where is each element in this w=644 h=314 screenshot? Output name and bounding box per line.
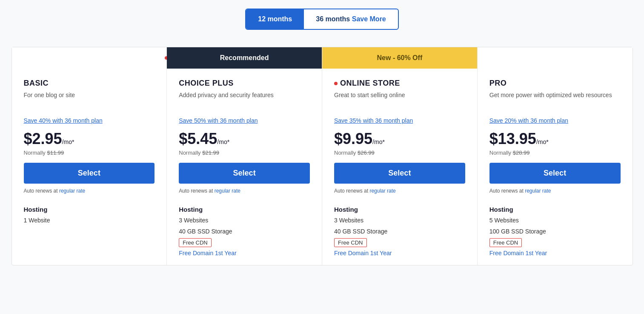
plan-basic-select-btn[interactable]: Select	[24, 163, 155, 184]
plan-online-store-banner: New - 60% Off	[322, 47, 477, 69]
toggle-save-more-label: Save More	[352, 15, 386, 23]
plans-container: BASIC For one blog or site Save 40% with…	[11, 47, 633, 265]
plan-online-store-subtitle: Great to start selling online	[334, 91, 465, 108]
plan-pro-title: PRO	[489, 79, 621, 88]
plan-basic-save-link[interactable]: Save 40% with 36 month plan	[24, 117, 103, 124]
plan-online-store-hosting: Hosting 3 Websites 40 GB SSD Storage Fre…	[334, 206, 465, 256]
plan-choice-plus-banner: Recommended	[167, 47, 322, 69]
plan-basic-title: BASIC	[24, 79, 155, 88]
plan-pro-save-link[interactable]: Save 20% with 36 month plan	[489, 117, 568, 124]
plan-choice-plus: Recommended CHOICE PLUS Added privacy an…	[167, 47, 322, 265]
plan-online-store-title: ONLINE STORE	[334, 79, 465, 88]
plan-pro-select-btn[interactable]: Select	[489, 163, 621, 184]
toggle-12months-label: 12 months	[258, 15, 292, 23]
plan-basic-normally: Normally $11.99	[24, 150, 155, 156]
toggle-36months-label: 36 months	[316, 15, 350, 23]
online-store-dot	[334, 82, 338, 85]
plan-choice-plus-save-link[interactable]: Save 50% with 36 month plan	[179, 117, 258, 124]
plan-choice-plus-normally: Normally $21.99	[179, 150, 310, 156]
plan-choice-plus-title: CHOICE PLUS	[179, 79, 310, 88]
plan-online-store-price: $9.95/mo*	[334, 130, 465, 148]
plan-online-store-normally: Normally $26.99	[334, 150, 465, 156]
plan-basic: BASIC For one blog or site Save 40% with…	[12, 47, 167, 265]
plan-basic-banner	[12, 47, 167, 69]
plan-basic-subtitle: For one blog or site	[24, 91, 155, 108]
plan-online-store-free-domain[interactable]: Free Domain 1st Year	[334, 250, 465, 256]
toggle-12months[interactable]: 12 months	[246, 9, 304, 29]
plan-basic-hosting: Hosting 1 Website	[24, 206, 155, 225]
plan-online-store-select-btn[interactable]: Select	[334, 163, 465, 184]
plan-choice-plus-price: $5.45/mo*	[179, 130, 310, 148]
plan-pro-price: $13.95/mo*	[489, 130, 621, 148]
plan-choice-plus-select-btn[interactable]: Select	[179, 163, 310, 184]
plan-pro-hosting: Hosting 5 Websites 100 GB SSD Storage Fr…	[489, 206, 621, 256]
plan-choice-plus-cdn-badge: Free CDN	[179, 238, 212, 247]
plan-pro-cdn-badge: Free CDN	[489, 238, 522, 247]
plan-basic-price: $2.95/mo*	[24, 130, 155, 148]
plan-choice-plus-auto-renew: Auto renews at regular rate	[179, 188, 310, 194]
plan-online-store-auto-renew: Auto renews at regular rate	[334, 188, 465, 194]
plan-pro-free-domain[interactable]: Free Domain 1st Year	[489, 250, 621, 256]
plan-pro-banner	[478, 47, 633, 69]
plan-choice-plus-subtitle: Added privacy and security features	[179, 91, 310, 108]
billing-toggle[interactable]: 12 months 36 months Save More	[245, 9, 399, 30]
plan-online-store-cdn-badge: Free CDN	[334, 238, 367, 247]
toggle-36months[interactable]: 36 months Save More	[304, 9, 398, 29]
plan-basic-auto-renew: Auto renews at regular rate	[24, 188, 155, 194]
plan-choice-plus-free-domain[interactable]: Free Domain 1st Year	[179, 250, 310, 256]
plan-online-store-save-link[interactable]: Save 35% with 36 month plan	[334, 117, 413, 124]
plan-pro-auto-renew: Auto renews at regular rate	[489, 188, 621, 194]
plan-online-store: New - 60% Off ONLINE STORE Great to star…	[322, 47, 478, 265]
plan-pro-subtitle: Get more power with optimized web resour…	[489, 91, 621, 108]
plan-choice-plus-hosting: Hosting 3 Websites 40 GB SSD Storage Fre…	[179, 206, 310, 256]
plan-pro-normally: Normally $28.99	[489, 150, 621, 156]
plan-pro: PRO Get more power with optimized web re…	[478, 47, 633, 265]
